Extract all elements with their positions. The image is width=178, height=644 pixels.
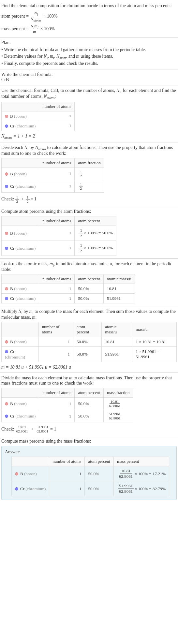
- atom-percents-table: number of atomsatom percent B (boron) 1 …: [1, 216, 116, 256]
- boron-swatch-icon: [5, 115, 8, 118]
- plan-list: • Write the chemical formula and gather …: [1, 47, 177, 66]
- el-symbol: Cr: [10, 246, 14, 251]
- chromium-swatch-icon: [5, 350, 8, 353]
- natoms-sum: Natoms = 1 + 1 = 2: [1, 134, 177, 139]
- table-row: B (boron) 1 50.0% 10.81: [2, 284, 135, 294]
- el-symbol: B: [20, 471, 23, 476]
- col-atom-percent: atom percent: [85, 457, 114, 466]
- check-label: Check:: [1, 427, 14, 432]
- el-name-paren: (chromium): [15, 296, 36, 301]
- boron-swatch-icon: [15, 472, 18, 476]
- el-symbol: B: [10, 231, 13, 236]
- el-symbol: Cr: [10, 184, 14, 189]
- check-eq: = 1: [31, 197, 37, 202]
- el-name-paren: (chromium): [5, 355, 25, 359]
- el-symbol: B: [10, 339, 13, 344]
- chromium-swatch-icon: [5, 185, 8, 188]
- pct-calc: × 100% = 82.79%: [135, 486, 166, 491]
- el-name-paren: (boron): [14, 339, 27, 344]
- el-name-paren: (boron): [14, 171, 27, 176]
- atom-fractions-section: Divide each Ni by Natoms to calculate at…: [0, 142, 178, 206]
- pct-calc: × 100% = 17.21%: [135, 471, 166, 476]
- section-text: Use the chemical formula, CrB, to count …: [1, 88, 177, 100]
- section-text: Look up the atomic mass, mi, in unified …: [1, 261, 177, 272]
- cell-value: 51.9961: [103, 294, 135, 303]
- el-symbol: Cr: [10, 124, 14, 128]
- frac-den: 62.8061: [108, 416, 122, 420]
- el-name-paren: (chromium): [15, 124, 36, 128]
- cell-value: 1: [49, 481, 85, 496]
- el-symbol: Cr: [10, 296, 14, 301]
- mass-percent-label: mass percent =: [1, 26, 29, 32]
- cell-value: 1: [39, 111, 75, 121]
- frac-den: 2: [79, 174, 83, 178]
- plan-title: Plan:: [1, 40, 177, 45]
- frac-cell: 12: [79, 170, 83, 178]
- cell-value: 1: [38, 347, 73, 362]
- el-symbol: Cr: [10, 414, 14, 418]
- table-row: Cr (chromium) 1 50.0% 51.996162.8061 × 1…: [12, 481, 169, 496]
- el-name-paren: (boron): [14, 401, 27, 406]
- table-row: B (boron) 1 12: [2, 168, 104, 180]
- chemical-formula: CrB: [1, 77, 177, 82]
- cell-value: 50.0%: [73, 347, 102, 362]
- el-symbol: B: [10, 171, 13, 176]
- check-eq: = 1: [50, 427, 56, 432]
- check-label: Check:: [1, 197, 14, 202]
- frac-num: 1: [79, 182, 83, 186]
- frac-den: 62.8061: [108, 404, 122, 408]
- boron-swatch-icon: [5, 172, 8, 176]
- section-text: Divide the mass for each element by m to…: [1, 375, 177, 386]
- cell-value: 1: [39, 410, 75, 422]
- el-name-paren: (boron): [14, 114, 27, 119]
- el-symbol: Cr: [20, 486, 24, 491]
- pct-calc: × 100% = 50.0%: [84, 230, 113, 236]
- cell-value: 50.0%: [75, 284, 104, 294]
- cell-value: 1: [39, 241, 75, 256]
- plan-section: Plan: • Write the chemical formula and g…: [0, 37, 178, 69]
- table-row: B (boron) 1 12 × 100% = 50.0%: [2, 226, 116, 241]
- atoms-table: number of atoms B (boron) 1 Cr (chromium…: [1, 102, 75, 131]
- cell-value: 1: [39, 398, 75, 410]
- col-number-of-atoms: number of atoms: [39, 216, 75, 226]
- col-atomic-mass: atomic mass/u: [103, 274, 135, 284]
- answer-label: Answer:: [5, 449, 173, 455]
- cell-value: 50.0%: [85, 481, 114, 496]
- check-line: Check: 10.8162.8061 + 51.996162.8061 = 1: [1, 425, 177, 433]
- atom-percent-frac: Ni Natoms: [30, 10, 42, 22]
- col-number-of-atoms: number of atoms: [39, 102, 75, 111]
- chromium-swatch-icon: [5, 247, 8, 250]
- frac-den: 2: [79, 186, 83, 190]
- el-symbol: Cr: [10, 349, 14, 354]
- boron-swatch-icon: [5, 402, 8, 405]
- table-row: Cr (chromium) 1 50.0% 51.9961 1 × 51.996…: [2, 347, 177, 362]
- atom-fractions-table: number of atomsatom fraction B (boron) 1…: [1, 158, 104, 193]
- table-row: Cr (chromium) 1 12: [2, 180, 104, 192]
- boron-swatch-icon: [5, 232, 8, 235]
- el-name-paren: (chromium): [25, 486, 46, 491]
- cell-value: 50.0%: [75, 410, 104, 422]
- boron-swatch-icon: [5, 340, 8, 344]
- col-atom-percent: atom percent: [75, 216, 116, 226]
- formula-section: Write the chemical formula: CrB: [0, 69, 178, 85]
- el-symbol: B: [10, 401, 13, 406]
- plan-item: • Write the chemical formula and gather …: [1, 47, 177, 53]
- mass-fractions-table: number of atomsatom percentmass fraction…: [1, 388, 133, 422]
- col-number-of-atoms: number of atoms: [49, 457, 85, 466]
- pct-calc: × 100% = 50.0%: [84, 245, 113, 251]
- col-atom-percent: atom percent: [73, 322, 102, 337]
- cell-value: 1 × 51.9961 = 51.9961: [132, 347, 177, 362]
- cell-value: 1: [39, 284, 75, 294]
- col-number-of-atoms: number of atoms: [38, 322, 73, 337]
- chromium-swatch-icon: [5, 415, 8, 418]
- table-row: Cr (chromium) 1 50.0% 51.9961: [2, 294, 135, 303]
- col-number-of-atoms: number of atoms: [39, 388, 75, 398]
- chromium-swatch-icon: [5, 124, 8, 128]
- col-mass-fraction: mass fraction: [103, 388, 133, 398]
- el-name-paren: (boron): [24, 471, 37, 476]
- count-atoms-section: Use the chemical formula, CrB, to count …: [0, 85, 178, 142]
- el-name-paren: (boron): [14, 286, 27, 291]
- boron-swatch-icon: [5, 287, 8, 290]
- col-mass-percent: mass percent: [113, 457, 169, 466]
- times-100: × 100%: [43, 14, 58, 19]
